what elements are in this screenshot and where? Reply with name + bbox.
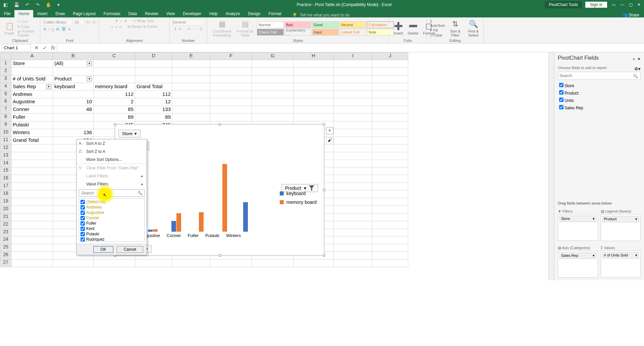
cell[interactable] [94, 68, 135, 75]
chart-store-filter[interactable]: Store ▾ [118, 130, 141, 137]
cell[interactable] [334, 137, 372, 145]
cell[interactable] [334, 244, 372, 252]
style-neutral[interactable]: Neutral [339, 21, 366, 28]
cell[interactable] [334, 206, 372, 214]
cell[interactable] [11, 252, 53, 260]
cell[interactable] [11, 236, 53, 244]
cell[interactable] [210, 98, 252, 106]
cell[interactable] [210, 83, 252, 91]
cell[interactable] [334, 114, 372, 121]
cell[interactable]: Fuller [11, 114, 53, 121]
filter-search-input[interactable] [79, 189, 145, 197]
row-header-5[interactable]: 5 [0, 91, 11, 99]
tab-developer[interactable]: Developer [179, 10, 205, 17]
cell[interactable] [293, 68, 334, 75]
row-header-24[interactable]: 24 [0, 236, 11, 244]
cell[interactable] [293, 91, 334, 99]
cell[interactable] [53, 260, 94, 267]
signin-button[interactable]: Sign in [585, 2, 607, 8]
cell[interactable] [53, 68, 94, 75]
cell[interactable] [372, 167, 408, 175]
cell[interactable] [372, 236, 408, 244]
cell[interactable] [94, 260, 135, 267]
cell[interactable] [372, 252, 408, 260]
cell[interactable] [372, 91, 408, 99]
cell[interactable] [372, 75, 408, 83]
filter-item[interactable]: Andrews [80, 205, 144, 210]
filter-checkbox[interactable] [80, 216, 85, 220]
cell[interactable] [252, 60, 293, 68]
gear-icon[interactable]: ⚙▾ [634, 66, 641, 71]
cell[interactable]: keyboard [53, 83, 94, 91]
cell[interactable]: 89 [94, 114, 135, 121]
cell[interactable] [372, 121, 408, 129]
align-center-icon[interactable]: ≡ [115, 25, 117, 29]
merge-button[interactable]: ⊟ Merge & Center [127, 24, 158, 29]
font-size-input[interactable] [74, 19, 85, 25]
autosum-button[interactable]: Σ AutoSum [430, 19, 445, 27]
cell[interactable] [172, 98, 210, 106]
cell[interactable] [11, 183, 53, 190]
select-all-corner[interactable] [0, 52, 11, 60]
cancel-button[interactable]: Cancel [117, 246, 143, 253]
area-item-product[interactable]: Product▾ [602, 216, 639, 222]
cell[interactable] [252, 68, 293, 75]
row-header-26[interactable]: 26 [0, 252, 11, 260]
cell[interactable] [334, 260, 372, 267]
row-header-17[interactable]: 17 [0, 183, 11, 190]
tab-view[interactable]: View [162, 10, 179, 17]
field-checkbox[interactable] [559, 83, 564, 87]
column-header-F[interactable]: F [210, 52, 252, 60]
row-header-11[interactable]: 11 [0, 137, 11, 145]
row-header-2[interactable]: 2 [0, 68, 11, 75]
cell[interactable] [293, 260, 334, 267]
clear-button[interactable]: ◇ Clear [430, 33, 445, 38]
filter-checkbox[interactable] [80, 221, 85, 226]
cell[interactable] [334, 129, 372, 137]
cell[interactable] [135, 60, 172, 68]
style-bad[interactable]: Bad [284, 21, 311, 28]
filter-checkbox[interactable] [80, 211, 85, 215]
row-header-27[interactable]: 27 [0, 260, 11, 267]
filter-item[interactable]: Pulaski [80, 231, 144, 237]
cell[interactable] [94, 60, 135, 68]
row-header-21[interactable]: 21 [0, 214, 11, 221]
style-good[interactable]: Good [312, 21, 339, 28]
cell[interactable]: (All)▾ [53, 60, 94, 68]
fx-icon[interactable]: fx [49, 45, 57, 51]
filter-item[interactable]: (Select All) [80, 199, 144, 205]
filter-checkbox[interactable] [80, 227, 85, 231]
column-header-C[interactable]: C [94, 52, 135, 60]
cell[interactable] [11, 175, 53, 183]
cell[interactable] [372, 129, 408, 137]
cell[interactable] [372, 260, 408, 267]
fill-button[interactable]: ▾ Fill [430, 28, 445, 33]
format-painter-button[interactable]: 🖌 Format Painter [17, 29, 37, 37]
row-header-14[interactable]: 14 [0, 160, 11, 168]
area-item-store[interactable]: Store▾ [559, 216, 596, 222]
cell[interactable] [334, 229, 372, 237]
bold-button[interactable]: B [44, 27, 46, 31]
cell[interactable] [334, 145, 372, 152]
cell[interactable] [334, 236, 372, 244]
row-header-22[interactable]: 22 [0, 221, 11, 229]
cell[interactable] [293, 106, 334, 114]
cell[interactable]: Conner [11, 106, 53, 114]
cell[interactable] [11, 190, 53, 198]
row-header-1[interactable]: 1 [0, 60, 11, 68]
filter-item[interactable]: Kent [80, 226, 144, 231]
area-item-units[interactable]: # of Units Sold▾ [602, 252, 639, 258]
field-item[interactable]: Store [558, 82, 641, 89]
insert-cells-button[interactable]: ➕Insert [392, 21, 405, 36]
underline-button[interactable]: U [51, 27, 54, 31]
row-header-13[interactable]: 13 [0, 152, 11, 160]
dropdown-icon[interactable]: ▾ [87, 76, 92, 81]
font-color-icon[interactable]: A [68, 27, 70, 31]
delete-cells-button[interactable]: ➖Delete [407, 21, 420, 36]
cell[interactable] [172, 83, 210, 91]
cell[interactable] [11, 198, 53, 206]
cell[interactable] [11, 206, 53, 214]
cell[interactable] [372, 214, 408, 221]
axis-area[interactable]: Sales Rep▾ [558, 251, 598, 278]
field-checkbox[interactable] [559, 90, 564, 95]
